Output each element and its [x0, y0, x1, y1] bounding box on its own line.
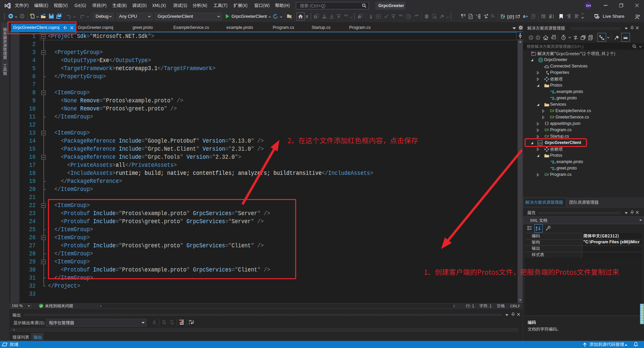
- svg-text:c: c: [189, 322, 190, 325]
- svg-text:2: 2: [549, 15, 551, 19]
- svg-text:A: A: [523, 14, 526, 18]
- svg-text:Z: Z: [536, 228, 537, 231]
